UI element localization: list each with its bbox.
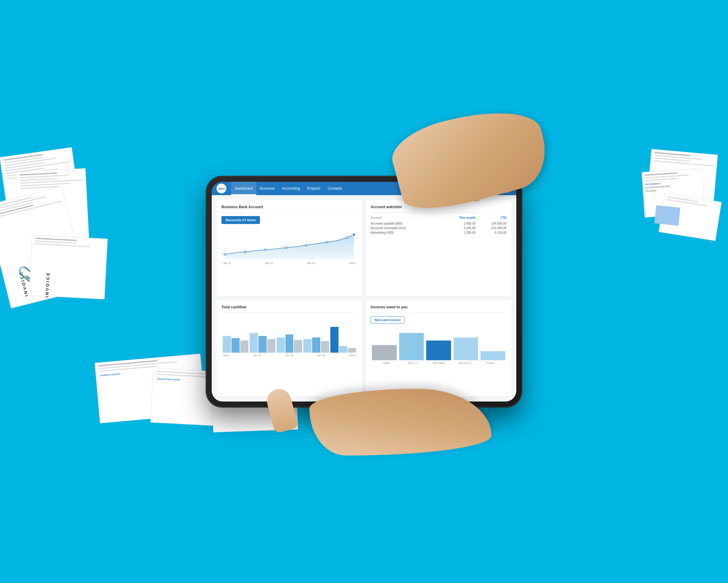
bar-group-jan9: [223, 336, 249, 353]
account-ytd-1: 432,000.00: [476, 226, 506, 230]
svg-point-4: [224, 253, 226, 255]
inv-bar-future: [480, 351, 505, 360]
x-label-jan16: Jan 16: [223, 261, 231, 264]
bar-group-feb6: [330, 327, 356, 353]
inv-bar-feb1-bar: [399, 333, 424, 360]
tablet-device: xero Dashboard Business Accounting Proje…: [206, 176, 522, 407]
watchlist-card: Account watchlist Account This month YTD: [366, 200, 512, 297]
bank-chart-x-labels: Jan 16 Jan 23 Jan 30 Feb 6: [222, 261, 357, 264]
col-ytd: YTD: [476, 216, 506, 221]
cashflow-label-0: Jan 9: [223, 354, 229, 357]
account-month-2: 1,300.00: [442, 230, 476, 235]
svg-point-11: [353, 233, 355, 236]
account-month-0: 2,400.00: [442, 221, 476, 226]
invoice-x-labels: Older Feb 1-7 This week Feb 15-21 Future: [371, 361, 506, 364]
account-name-1: Accounts receivable (610): [371, 226, 442, 230]
svg-point-9: [326, 241, 328, 243]
xero-logo-text: xero: [218, 187, 225, 190]
account-name-0: Accounts payable (800): [371, 221, 442, 226]
nav-item-dashboard[interactable]: Dashboard: [231, 182, 256, 195]
dashboard-grid: Business Bank Account Reconcile 27 items: [212, 195, 516, 402]
bar-jan16-1: [250, 333, 258, 353]
bar-jan30-3: [321, 341, 329, 353]
cashflow-label-2: Jan 23: [285, 354, 293, 357]
invoices-card: Invoices owed to you New sales invoice: [366, 300, 512, 397]
bar-feb6-3: [348, 348, 356, 353]
account-ytd-2: 6,324.00: [476, 230, 506, 235]
inv-label-thisweek: This week: [425, 361, 452, 364]
tablet-screen: xero Dashboard Business Accounting Proje…: [212, 182, 516, 402]
table-row: Accounts receivable (610) 5,345.00 432,0…: [371, 226, 506, 230]
invoices-title: Invoices owed to you: [371, 305, 506, 309]
bar-group-jan30: [303, 337, 329, 353]
cashflow-label-4: Feb 6: [349, 354, 356, 357]
bar-jan30-1: [303, 339, 312, 353]
bar-jan16-2: [258, 336, 267, 353]
inv-bar-feb15: [453, 337, 478, 360]
account-ytd-0: 234,000.00: [476, 221, 506, 226]
watchlist-table: Account This month YTD Accounts payable …: [371, 216, 506, 235]
inv-bar-thisweek-bar: [426, 340, 451, 360]
svg-point-8: [306, 244, 308, 246]
hand-bottom: [309, 389, 491, 456]
cashflow-title: Total cashflow: [222, 305, 357, 309]
svg-point-10: [346, 237, 348, 238]
inv-label-older: Older: [373, 361, 399, 364]
bar-jan30-2: [312, 337, 320, 353]
bank-account-card: Business Bank Account Reconcile 27 items: [216, 200, 362, 297]
cashflow-label-3: Jan 30: [317, 354, 325, 357]
cashflow-card: Total cashflow: [216, 300, 362, 397]
account-name-2: Advertising (400): [371, 230, 442, 235]
table-row: Accounts payable (800) 2,400.00 234,000.…: [371, 221, 506, 226]
bar-jan16-3: [267, 339, 276, 353]
bar-jan9-2: [231, 338, 240, 353]
inv-bar-future-bar: [480, 351, 505, 360]
inv-label-feb1: Feb 1-7: [399, 361, 425, 364]
x-label-jan23: Jan 23: [265, 261, 273, 264]
account-month-1: 5,345.00: [442, 226, 476, 230]
cashflow-label-1: Jan 16: [253, 354, 261, 357]
svg-point-6: [264, 249, 267, 251]
bar-jan23-1: [277, 337, 285, 353]
col-this-month: This month: [442, 216, 476, 221]
bar-jan23-2: [285, 334, 294, 353]
bank-account-divider: [222, 212, 357, 212]
tablet-outer: xero Dashboard Business Accounting Proje…: [206, 176, 522, 407]
x-label-jan30: Jan 30: [307, 261, 315, 264]
nav-item-business[interactable]: Business: [256, 182, 279, 195]
watchlist-divider: [371, 212, 506, 212]
nav-item-projects[interactable]: Projects: [304, 182, 324, 195]
new-invoice-button[interactable]: New sales invoice: [371, 316, 405, 324]
inv-bar-older-bar: [372, 345, 397, 360]
bar-group-jan16: [250, 333, 276, 353]
inv-bar-thisweek: [426, 340, 451, 360]
table-row: Advertising (400) 1,300.00 6,324.00: [371, 230, 506, 235]
bar-feb6-1: [330, 327, 339, 353]
svg-point-5: [244, 251, 246, 253]
bar-jan9-1: [223, 336, 231, 353]
bar-jan23-3: [294, 340, 302, 353]
x-label-feb6: Feb 6: [349, 261, 356, 264]
cashflow-x-labels: Jan 9 Jan 16 Jan 23 Jan 30 Feb 6: [222, 354, 357, 357]
line-chart: [222, 227, 357, 260]
bar-feb6-2: [339, 346, 347, 353]
bar-group-jan23: [277, 334, 303, 353]
inv-label-feb15: Feb 15-21: [452, 361, 478, 364]
bar-jan9-3: [240, 340, 249, 353]
xero-logo[interactable]: xero: [216, 184, 226, 193]
nav-item-contacts[interactable]: Contacts: [324, 182, 345, 195]
bank-account-title: Business Bank Account: [222, 205, 357, 209]
inv-bar-older: [372, 345, 397, 360]
invoice-bar-chart: [371, 327, 506, 360]
inv-label-future: Future: [478, 361, 504, 364]
inv-bar-feb1: [399, 333, 424, 360]
col-account: Account: [371, 216, 442, 221]
svg-point-7: [285, 247, 287, 249]
nav-item-accounting[interactable]: Accounting: [278, 182, 303, 195]
inv-bar-feb15-bar: [453, 337, 478, 360]
reconcile-button[interactable]: Reconcile 27 items: [222, 216, 260, 224]
cashflow-bar-chart: [222, 316, 357, 353]
line-chart-svg: [222, 227, 357, 260]
